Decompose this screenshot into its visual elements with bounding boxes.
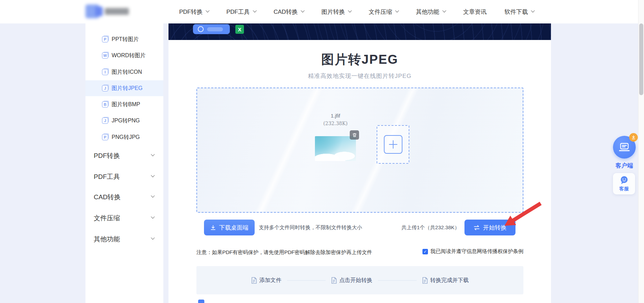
sidebar-section-pdf-convert[interactable]: PDF转换 bbox=[85, 148, 163, 164]
client-download-button[interactable] bbox=[613, 136, 636, 159]
uploaded-file-size: (232.38K) bbox=[308, 121, 363, 126]
page-scrollbar[interactable] bbox=[638, 0, 644, 303]
nav-label: PDF工具 bbox=[226, 8, 250, 16]
desktop-client-widget: 客户端 bbox=[613, 136, 636, 170]
file-type-icon: P bbox=[102, 134, 108, 140]
chevron-down-icon bbox=[442, 8, 446, 12]
nav-image-convert[interactable]: 图片转换 bbox=[321, 8, 351, 16]
document-icon bbox=[422, 277, 428, 284]
chevron-down-icon bbox=[206, 8, 209, 12]
sidebar-item-word-to-image[interactable]: W WORD转图片 bbox=[85, 48, 163, 63]
share-bar bbox=[207, 27, 223, 31]
agreement-checkbox[interactable]: ✓ bbox=[422, 249, 428, 254]
swap-arrows-icon bbox=[473, 225, 480, 230]
step-connector bbox=[287, 280, 326, 281]
customer-service-widget[interactable]: 客服 bbox=[613, 173, 635, 194]
nav-file-compress[interactable]: 文件压缩 bbox=[369, 8, 398, 16]
sidebar-section-file-compress[interactable]: 文件压缩 bbox=[85, 210, 163, 226]
file-type-icon: J bbox=[102, 118, 108, 124]
main-content: X 图片转JPEG 精准高效地实现一键在线图片转JPEG 1.jfif (232… bbox=[168, 23, 551, 303]
add-file-button[interactable] bbox=[377, 125, 409, 164]
sidebar-item-label: 图片转JPEG bbox=[112, 85, 143, 92]
nav-pdf-convert[interactable]: PDF转换 bbox=[179, 8, 208, 16]
nav-menu: PDF转换 PDF工具 CAD转换 图片转换 文件压缩 其他功能 bbox=[179, 0, 534, 23]
step-label: 点击开始转换 bbox=[339, 277, 372, 284]
document-icon bbox=[251, 277, 257, 284]
file-thumbnail[interactable] bbox=[315, 136, 356, 161]
scrollbar-thumb[interactable] bbox=[639, 23, 643, 95]
chevron-down-icon bbox=[253, 8, 257, 12]
sidebar-section-other-functions[interactable]: 其他功能 bbox=[85, 231, 163, 247]
sidebar-item-pdf-to-image[interactable]: P PDF转图片 bbox=[85, 23, 163, 27]
step-download-result: 转换完成并下载 bbox=[422, 277, 469, 284]
download-desktop-button[interactable]: 下载桌面端 bbox=[204, 220, 255, 235]
sidebar-item-label: 图片转ICON bbox=[112, 69, 142, 76]
plus-icon bbox=[384, 135, 402, 154]
next-section-icon bbox=[198, 300, 204, 303]
chevron-down-icon bbox=[531, 8, 535, 12]
sidebar-section-pdf-tools[interactable]: PDF工具 bbox=[85, 169, 163, 185]
file-type-icon: B bbox=[102, 101, 108, 108]
chevron-down-icon bbox=[348, 8, 352, 12]
agreement-label: 我已阅读并遵守信息网络传播权保护条例 bbox=[430, 248, 523, 255]
chat-bubble-icon bbox=[198, 26, 204, 32]
sidebar-item-ppt-to-image[interactable]: P PPT转图片 bbox=[85, 31, 163, 47]
sidebar-item-jpg-to-png[interactable]: J JPG转PNG bbox=[85, 113, 163, 129]
file-type-icon: I bbox=[102, 69, 108, 75]
nav-label: 其他功能 bbox=[416, 8, 439, 16]
nav-other-functions[interactable]: 其他功能 bbox=[416, 8, 445, 16]
sidebar: P PDF转图片 P PPT转图片 W WORD转图片 I 图片转ICON J … bbox=[85, 23, 163, 303]
sidebar-section-label: 文件压缩 bbox=[94, 214, 120, 223]
sidebar-item-label: PNG转JPG bbox=[112, 134, 140, 141]
chevron-down-icon bbox=[151, 152, 155, 156]
upload-dropzone[interactable]: 1.jfif (232.38K) bbox=[196, 88, 523, 213]
page-subtitle: 精准高效地实现一键在线图片转JPEG bbox=[168, 72, 551, 80]
nav-label: PDF转换 bbox=[179, 8, 203, 16]
share-widget[interactable] bbox=[193, 24, 230, 34]
start-convert-button[interactable]: 开始转换 bbox=[464, 220, 515, 235]
excel-share-icon[interactable]: X bbox=[235, 25, 244, 34]
sidebar-item-image-to-jpeg[interactable]: J 图片转JPEG bbox=[85, 80, 163, 96]
sidebar-item-png-to-jpg[interactable]: P PNG转JPG bbox=[85, 129, 163, 145]
convert-hint: 支持多个文件同时转换，不限制文件转换大小 bbox=[259, 220, 362, 235]
sidebar-section-cad-convert[interactable]: CAD转换 bbox=[85, 189, 163, 205]
smiley-chat-icon bbox=[620, 175, 629, 185]
download-icon bbox=[210, 225, 216, 231]
nav-label: 软件下载 bbox=[504, 8, 528, 16]
chevron-down-icon bbox=[151, 215, 155, 219]
laptop-icon bbox=[619, 142, 630, 152]
password-notice: 注意：如果PDF有密码保护，请先使用PDF密码解除去除加密保护再上传文件 bbox=[196, 249, 372, 256]
step-label: 添加文件 bbox=[259, 277, 282, 284]
sidebar-section-label: PDF转换 bbox=[94, 151, 120, 160]
client-label: 客户端 bbox=[613, 162, 636, 170]
nav-pdf-tools[interactable]: PDF工具 bbox=[226, 8, 256, 16]
delete-file-button[interactable] bbox=[350, 130, 359, 140]
nav-cad-convert[interactable]: CAD转换 bbox=[274, 8, 304, 16]
trash-icon bbox=[352, 133, 357, 138]
step-label: 转换完成并下载 bbox=[430, 277, 469, 284]
sidebar-item-image-to-icon[interactable]: I 图片转ICON bbox=[85, 64, 163, 80]
service-label: 客服 bbox=[619, 186, 629, 192]
nav-label: 文章资讯 bbox=[463, 8, 487, 16]
document-icon bbox=[331, 277, 337, 284]
start-convert-label: 开始转换 bbox=[483, 224, 507, 232]
page: P PDF转图片 P PPT转图片 W WORD转图片 I 图片转ICON J … bbox=[0, 0, 644, 303]
site-logo[interactable] bbox=[85, 4, 137, 19]
file-type-icon: P bbox=[102, 36, 108, 42]
hero-banner: X bbox=[168, 23, 551, 40]
sidebar-section-label: 其他功能 bbox=[94, 235, 120, 244]
nav-software-download[interactable]: 软件下载 bbox=[504, 8, 534, 16]
nav-label: CAD转换 bbox=[274, 8, 298, 16]
nav-label: 图片转换 bbox=[321, 8, 345, 16]
chevron-down-icon bbox=[151, 236, 155, 240]
sidebar-section-label: PDF工具 bbox=[94, 172, 120, 181]
uploaded-file-name: 1.jfif bbox=[308, 113, 363, 119]
sidebar-section-label: CAD转换 bbox=[94, 193, 121, 202]
step-add-files: 添加文件 bbox=[251, 277, 282, 284]
sidebar-item-label: PPT转图片 bbox=[112, 36, 139, 43]
nav-label: 文件压缩 bbox=[369, 8, 392, 16]
upload-summary: 共上传1个（共232.38K） bbox=[398, 220, 460, 235]
file-type-icon: J bbox=[102, 85, 108, 91]
sidebar-item-image-to-bmp[interactable]: B 图片转BMP bbox=[85, 97, 163, 112]
nav-articles[interactable]: 文章资讯 bbox=[463, 8, 487, 16]
